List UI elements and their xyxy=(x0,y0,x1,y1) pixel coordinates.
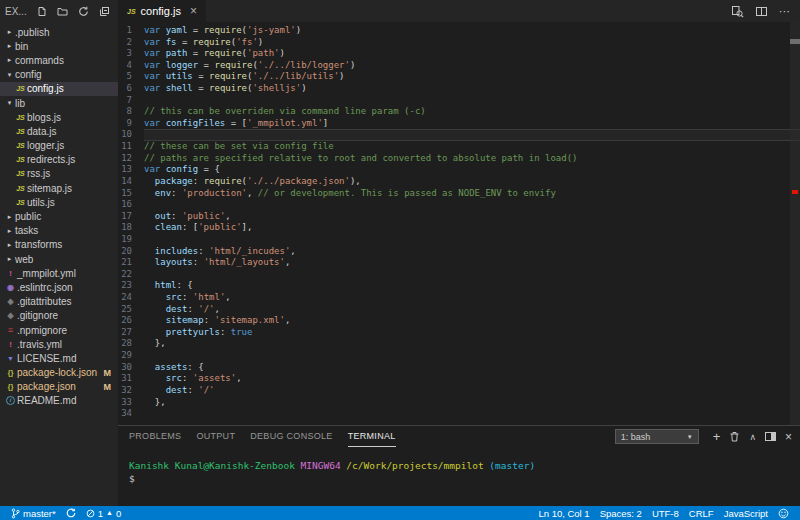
line-number[interactable]: 29 xyxy=(118,350,144,362)
git-branch-indicator[interactable]: master* xyxy=(6,506,61,520)
panel-tab-debug-console[interactable]: DEBUG CONSOLE xyxy=(250,426,332,447)
problems-indicator[interactable]: 1 ▲ 0 xyxy=(81,506,127,520)
code-line-30[interactable]: 30 assets: { xyxy=(118,362,800,374)
refresh-icon[interactable] xyxy=(78,6,89,17)
indentation-indicator[interactable]: Spaces: 2 xyxy=(595,508,647,519)
eol-indicator[interactable]: CRLF xyxy=(684,508,719,519)
line-number[interactable]: 19 xyxy=(118,234,144,246)
tree-file-rss.js[interactable]: JSrss.js xyxy=(0,167,118,181)
line-number[interactable]: 21 xyxy=(118,257,144,269)
tree-folder-tasks[interactable]: ▸tasks xyxy=(0,224,118,238)
code-line-22[interactable]: 22 xyxy=(118,269,800,281)
line-number[interactable]: 23 xyxy=(118,280,144,292)
tree-file-blogs.js[interactable]: JSblogs.js xyxy=(0,110,118,124)
tree-file-.gitignore[interactable]: ◈.gitignore xyxy=(0,309,118,323)
line-col-indicator[interactable]: Ln 10, Col 1 xyxy=(533,508,594,519)
tree-file-.npmignore[interactable]: ≡.npmignore xyxy=(0,323,118,337)
line-number[interactable]: 20 xyxy=(118,246,144,258)
code-line-34[interactable]: 34 xyxy=(118,408,800,420)
tree-file-.eslintrc.json[interactable]: ◉.eslintrc.json xyxy=(0,280,118,294)
close-tab-icon[interactable]: × xyxy=(190,4,197,18)
code-line-17[interactable]: 17 out: 'public', xyxy=(118,211,800,223)
line-number[interactable]: 5 xyxy=(118,71,144,83)
tree-folder-lib[interactable]: ▾lib xyxy=(0,96,118,110)
tree-file-package.json[interactable]: {}package.jsonM xyxy=(0,380,118,394)
line-number[interactable]: 32 xyxy=(118,385,144,397)
line-number[interactable]: 6 xyxy=(118,83,144,95)
code-line-33[interactable]: 33 }, xyxy=(118,397,800,409)
encoding-indicator[interactable]: UTF-8 xyxy=(647,508,684,519)
code-line-3[interactable]: 3var path = require('path') xyxy=(118,48,800,60)
line-number[interactable]: 30 xyxy=(118,362,144,374)
more-actions-icon[interactable]: ⋯ xyxy=(779,5,791,18)
code-line-24[interactable]: 24 src: 'html', xyxy=(118,292,800,304)
line-number[interactable]: 4 xyxy=(118,60,144,72)
split-editor-icon[interactable] xyxy=(755,5,768,18)
code-line-16[interactable]: 16 xyxy=(118,199,800,211)
code-line-26[interactable]: 26 sitemap: 'sitemap.xml', xyxy=(118,315,800,327)
line-number[interactable]: 2 xyxy=(118,37,144,49)
new-file-icon[interactable] xyxy=(36,6,47,17)
line-number[interactable]: 10 xyxy=(118,129,144,141)
tree-folder-commands[interactable]: ▸commands xyxy=(0,53,118,67)
close-panel-icon[interactable]: × xyxy=(785,432,792,442)
code-line-25[interactable]: 25 dest: '/', xyxy=(118,304,800,316)
split-panel-icon[interactable] xyxy=(765,432,776,441)
language-indicator[interactable]: JavaScript xyxy=(719,508,773,519)
kill-terminal-icon[interactable] xyxy=(729,431,740,443)
code-line-31[interactable]: 31 src: 'assets', xyxy=(118,373,800,385)
tab-config-js[interactable]: JS config.js × xyxy=(118,0,206,22)
line-number[interactable]: 8 xyxy=(118,106,144,118)
code-line-11[interactable]: 11// these can be set via config file xyxy=(118,141,800,153)
tree-folder-.publish[interactable]: ▸.publish xyxy=(0,25,118,39)
tree-file-data.js[interactable]: JSdata.js xyxy=(0,124,118,138)
line-number[interactable]: 17 xyxy=(118,211,144,223)
panel-tab-problems[interactable]: PROBLEMS xyxy=(129,426,181,447)
maximize-panel-icon[interactable]: ∧ xyxy=(749,432,756,442)
line-number[interactable]: 7 xyxy=(118,95,144,107)
terminal-select[interactable]: 1: bash ▼ xyxy=(615,429,699,444)
line-number[interactable]: 25 xyxy=(118,304,144,316)
tree-file-redirects.js[interactable]: JSredirects.js xyxy=(0,153,118,167)
code-line-19[interactable]: 19 xyxy=(118,234,800,246)
line-number[interactable]: 34 xyxy=(118,408,144,420)
line-number[interactable]: 11 xyxy=(118,141,144,153)
line-number[interactable]: 28 xyxy=(118,338,144,350)
line-number[interactable]: 3 xyxy=(118,48,144,60)
open-changes-icon[interactable] xyxy=(731,5,744,18)
code-line-1[interactable]: 1var yaml = require('js-yaml') xyxy=(118,25,800,37)
line-number[interactable]: 33 xyxy=(118,397,144,409)
line-number[interactable]: 13 xyxy=(118,164,144,176)
tree-folder-config[interactable]: ▾config xyxy=(0,68,118,82)
code-line-10[interactable]: 10 xyxy=(118,129,800,141)
tree-file-config.js[interactable]: JSconfig.js xyxy=(0,82,118,96)
tree-file-utils.js[interactable]: JSutils.js xyxy=(0,195,118,209)
code-line-13[interactable]: 13var config = { xyxy=(118,164,800,176)
tree-file-_mmpilot.yml[interactable]: !_mmpilot.yml xyxy=(0,266,118,280)
code-line-20[interactable]: 20 includes: 'html/_incudes', xyxy=(118,246,800,258)
line-number[interactable]: 12 xyxy=(118,153,144,165)
panel-tab-output[interactable]: OUTPUT xyxy=(196,426,235,447)
code-line-29[interactable]: 29 xyxy=(118,350,800,362)
code-line-27[interactable]: 27 prettyurls: true xyxy=(118,327,800,339)
code-line-8[interactable]: 8// this can be overriden via command li… xyxy=(118,106,800,118)
code-line-12[interactable]: 12// paths are specified relative to roo… xyxy=(118,153,800,165)
tree-file-sitemap.js[interactable]: JSsitemap.js xyxy=(0,181,118,195)
code-editor[interactable]: 1var yaml = require('js-yaml')2var fs = … xyxy=(118,22,800,425)
code-line-4[interactable]: 4var logger = require('./../lib/logger') xyxy=(118,60,800,72)
line-number[interactable]: 9 xyxy=(118,118,144,130)
tree-folder-transforms[interactable]: ▸transforms xyxy=(0,238,118,252)
sync-indicator[interactable] xyxy=(61,506,81,520)
collapse-all-icon[interactable] xyxy=(99,6,110,17)
new-terminal-icon[interactable]: + xyxy=(713,432,721,442)
line-number[interactable]: 1 xyxy=(118,25,144,37)
code-line-6[interactable]: 6var shell = require('shelljs') xyxy=(118,83,800,95)
tree-file-.gitattributes[interactable]: ◈.gitattributes xyxy=(0,295,118,309)
tree-file-logger.js[interactable]: JSlogger.js xyxy=(0,139,118,153)
line-number[interactable]: 15 xyxy=(118,188,144,200)
line-number[interactable]: 31 xyxy=(118,373,144,385)
code-line-2[interactable]: 2var fs = require('fs') xyxy=(118,37,800,49)
line-number[interactable]: 24 xyxy=(118,292,144,304)
tree-folder-bin[interactable]: ▸bin xyxy=(0,39,118,53)
terminal[interactable]: Kanishk Kunal@Kanishk-Zenbook MINGW64 /c… xyxy=(118,447,800,506)
